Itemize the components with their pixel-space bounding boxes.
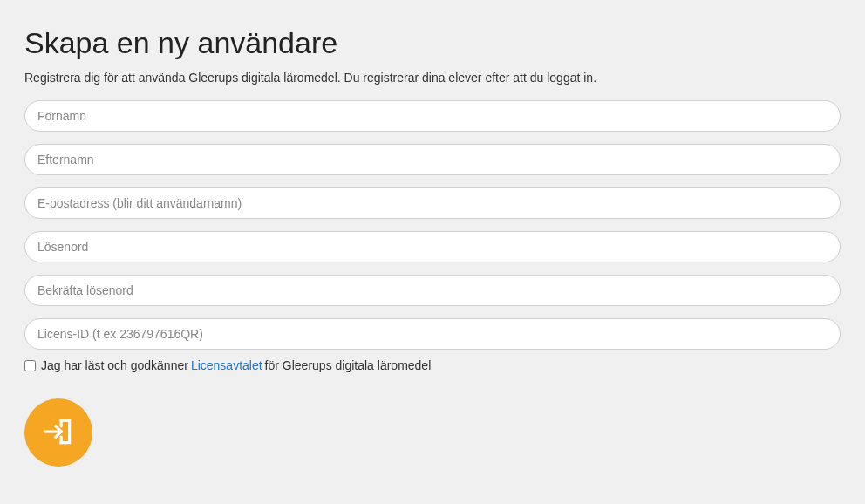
password-input[interactable] <box>24 231 841 262</box>
lastname-input[interactable] <box>24 144 841 175</box>
license-id-input[interactable] <box>24 318 841 350</box>
submit-button[interactable] <box>24 398 92 467</box>
agreement-row: Jag har läst och godkänner Licensavtalet… <box>24 358 841 372</box>
login-arrow-icon <box>42 415 75 451</box>
firstname-input[interactable] <box>24 100 841 132</box>
agreement-checkbox[interactable] <box>24 360 36 371</box>
email-input[interactable] <box>24 187 841 219</box>
agreement-suffix: för Gleerups digitala läromedel <box>265 358 432 372</box>
page-subtitle: Registrera dig för att använda Gleerups … <box>24 71 841 85</box>
page-title: Skapa en ny användare <box>24 26 841 60</box>
license-agreement-link[interactable]: Licensavtalet <box>191 358 262 372</box>
agreement-prefix: Jag har läst och godkänner <box>41 358 188 372</box>
confirm-password-input[interactable] <box>24 275 841 306</box>
